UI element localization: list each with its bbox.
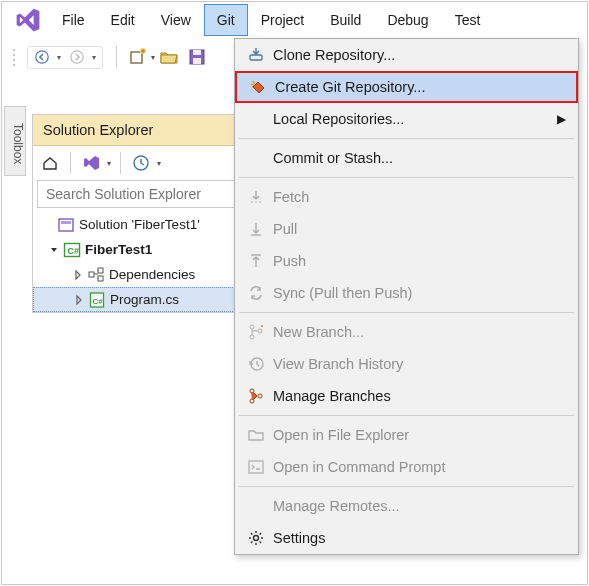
- menu-debug[interactable]: Debug: [374, 4, 441, 36]
- clone-icon: [239, 43, 273, 67]
- menu-label: Push: [273, 253, 306, 269]
- git-clone-repository[interactable]: Clone Repository...: [235, 39, 578, 71]
- svg-point-18: [250, 325, 254, 329]
- svg-text:C#: C#: [68, 246, 80, 256]
- svg-point-20: [258, 329, 262, 333]
- git-push: Push: [235, 245, 578, 277]
- svg-rect-9: [61, 221, 71, 224]
- svg-rect-17: [250, 55, 262, 60]
- tree-label: Solution 'FiberTest1': [79, 217, 200, 232]
- branches-icon: [239, 384, 273, 408]
- menu-git[interactable]: Git: [204, 4, 248, 36]
- menu-separator: [239, 415, 574, 416]
- menu-label: Sync (Pull then Push): [273, 285, 412, 301]
- menubar: File Edit View Git Project Build Debug T…: [2, 2, 587, 38]
- fetch-icon: [239, 185, 273, 209]
- svg-point-1: [71, 50, 83, 62]
- svg-rect-14: [98, 276, 103, 281]
- menu-build[interactable]: Build: [317, 4, 374, 36]
- csharp-file-icon: C#: [88, 291, 106, 309]
- svg-rect-12: [89, 272, 94, 277]
- create-repo-icon: [241, 75, 275, 99]
- pull-icon: [239, 217, 273, 241]
- menu-label: Local Repositories...: [273, 111, 404, 127]
- sync-icon: [239, 281, 273, 305]
- svg-point-26: [254, 536, 259, 541]
- git-commit-stash[interactable]: Commit or Stash...: [235, 142, 578, 174]
- tree-label: FiberTest1: [85, 242, 152, 257]
- menu-label: Open in File Explorer: [273, 427, 409, 443]
- cmd-icon: [239, 455, 273, 479]
- menu-project[interactable]: Project: [248, 4, 318, 36]
- menu-label: View Branch History: [273, 356, 403, 372]
- git-local-repositories[interactable]: Local Repositories... ▶: [235, 103, 578, 135]
- menu-file[interactable]: File: [49, 4, 98, 36]
- pending-changes-icon[interactable]: [130, 152, 152, 174]
- menu-label: Create Git Repository...: [275, 79, 425, 95]
- grip-icon: [11, 47, 17, 67]
- svg-point-22: [250, 389, 254, 393]
- svg-text:C#: C#: [93, 297, 104, 306]
- menu-label: Open in Command Prompt: [273, 459, 445, 475]
- menu-label: Pull: [273, 221, 297, 237]
- home-icon[interactable]: [39, 152, 61, 174]
- menu-label: Clone Repository...: [273, 47, 395, 63]
- dependencies-icon: [87, 266, 105, 284]
- svg-rect-25: [249, 461, 263, 473]
- menu-label: Commit or Stash...: [273, 150, 393, 166]
- svg-rect-2: [131, 52, 142, 63]
- push-icon: [239, 249, 273, 273]
- menu-edit[interactable]: Edit: [98, 4, 148, 36]
- svg-point-19: [250, 335, 254, 339]
- menu-label: Fetch: [273, 189, 309, 205]
- svg-rect-5: [193, 50, 201, 55]
- git-view-branch-history: View Branch History: [235, 348, 578, 380]
- nav-forward-icon[interactable]: [66, 49, 88, 66]
- svg-rect-8: [59, 219, 73, 231]
- switch-views-icon[interactable]: [80, 152, 102, 174]
- csharp-project-icon: C#: [63, 241, 81, 259]
- git-manage-remotes: Manage Remotes...: [235, 490, 578, 522]
- tree-label: Program.cs: [110, 292, 179, 307]
- open-folder-icon[interactable]: [157, 45, 181, 69]
- git-open-command-prompt: Open in Command Prompt: [235, 451, 578, 483]
- save-icon[interactable]: [185, 45, 209, 69]
- git-settings[interactable]: Settings: [235, 522, 578, 554]
- git-new-branch: New Branch...: [235, 316, 578, 348]
- history-icon: [239, 352, 273, 376]
- git-fetch: Fetch: [235, 181, 578, 213]
- menu-separator: [239, 486, 574, 487]
- new-item-icon[interactable]: [126, 45, 150, 69]
- menu-test[interactable]: Test: [442, 4, 494, 36]
- git-manage-branches[interactable]: Manage Branches: [235, 380, 578, 412]
- solution-icon: [57, 216, 75, 234]
- menu-label: Manage Remotes...: [273, 498, 400, 514]
- git-open-file-explorer: Open in File Explorer: [235, 419, 578, 451]
- menu-label: Settings: [273, 530, 325, 546]
- vs-logo-icon: [13, 5, 43, 35]
- caret-closed-icon[interactable]: [71, 268, 85, 282]
- menu-view[interactable]: View: [148, 4, 204, 36]
- toolbar-separator: [116, 46, 117, 68]
- svg-point-24: [250, 399, 254, 403]
- git-dropdown-menu: Clone Repository... Create Git Repositor…: [234, 38, 579, 555]
- folder-icon: [239, 423, 273, 447]
- nav-back-icon[interactable]: [31, 49, 53, 66]
- git-create-repository[interactable]: Create Git Repository...: [235, 71, 578, 103]
- caret-open-icon[interactable]: [47, 243, 61, 257]
- svg-point-23: [258, 394, 262, 398]
- tree-label: Dependencies: [109, 267, 195, 282]
- new-branch-icon: [239, 320, 273, 344]
- toolbar-separator: [120, 152, 121, 174]
- nav-back-forward[interactable]: ▾ ▾: [27, 46, 103, 69]
- git-sync: Sync (Pull then Push): [235, 277, 578, 309]
- caret-closed-icon[interactable]: [72, 293, 86, 307]
- submenu-arrow-icon: ▶: [557, 112, 566, 126]
- toolbox-tab[interactable]: Toolbox: [4, 106, 26, 176]
- toolbar-separator: [70, 152, 71, 174]
- settings-icon: [239, 526, 273, 550]
- git-pull: Pull: [235, 213, 578, 245]
- menu-label: Manage Branches: [273, 388, 391, 404]
- svg-point-0: [36, 50, 48, 62]
- menu-separator: [239, 138, 574, 139]
